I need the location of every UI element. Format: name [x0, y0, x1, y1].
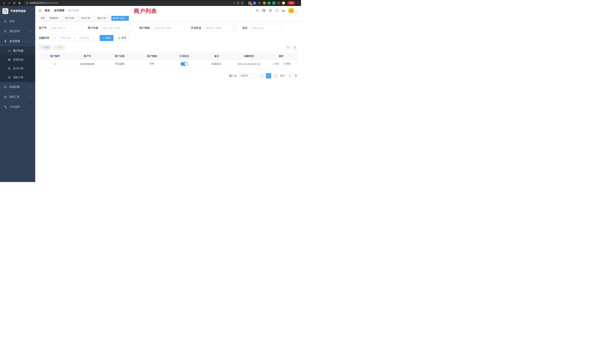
breadcrumb-home[interactable]: 首页 — [45, 9, 50, 12]
sidebar-item-dev-tools[interactable]: 研发工具 — [0, 92, 35, 102]
col-full-name: 商户全称 — [104, 53, 136, 60]
logo-avatar — [2, 8, 8, 14]
extension-gray-icon[interactable] — [258, 1, 261, 5]
extension-blue-icon[interactable] — [253, 1, 256, 5]
edit-link[interactable]: 修改 — [272, 62, 279, 65]
sidebar-item-system[interactable]: 系统管理 — [0, 26, 35, 36]
font-size-icon[interactable] — [282, 9, 285, 12]
browser-home-button[interactable] — [17, 0, 22, 5]
app-title: 芋道管理系统 — [10, 10, 26, 13]
share-icon[interactable] — [237, 2, 239, 4]
sidebar-item-app-info[interactable]: 应用信息 — [0, 55, 35, 64]
search-button[interactable]: 搜索 — [100, 35, 113, 41]
extensions-puzzle-icon[interactable]: 10 — [248, 1, 251, 5]
sidebar-item-label: 应用信息 — [13, 58, 23, 61]
address-bar[interactable]: localhost:1024/pay/merchant — [24, 1, 246, 5]
prev-page-button[interactable] — [259, 73, 265, 78]
status-select[interactable]: 请选择开启状态 — [204, 25, 237, 31]
github-icon[interactable] — [262, 9, 266, 12]
tab-user-group[interactable]: 用户分组 — [64, 16, 79, 21]
goto-page-input[interactable] — [286, 73, 294, 78]
sidebar-item-refund-orders[interactable]: 退款订单 — [0, 73, 35, 82]
extension-pin-icon[interactable] — [277, 1, 280, 5]
merchant-no-input[interactable] — [49, 25, 82, 31]
url-text[interactable]: localhost:1024/pay/merchant — [30, 2, 231, 4]
sidebar-item-pay-orders[interactable]: 支付订单 — [0, 64, 35, 73]
close-icon[interactable] — [107, 17, 109, 19]
sidebar-item-workflow[interactable]: 工作流程 — [0, 102, 35, 112]
document-icon — [8, 76, 11, 79]
browser-back-button[interactable] — [1, 0, 6, 5]
extension-avatar-icon[interactable] — [263, 1, 266, 5]
sidebar-fold-icon[interactable] — [38, 9, 42, 12]
pager: 1 — [259, 73, 278, 78]
table-toolbar: 新增 导出 — [39, 45, 297, 50]
sidebar-item-merchant-info[interactable]: 商户信息 — [0, 46, 35, 55]
page-number-button[interactable]: 1 — [266, 73, 271, 78]
create-time-range-picker[interactable]: 开始日期 - 结束日期 — [52, 35, 94, 41]
sidebar-item-payment[interactable]: ¥ 支付管理 — [0, 36, 35, 46]
close-icon[interactable] — [59, 17, 61, 19]
chevron-down-icon — [253, 75, 255, 77]
chevron-down-icon — [29, 86, 32, 88]
close-icon[interactable] — [91, 17, 93, 19]
tab-merchant-info[interactable]: 商户信息 — [111, 16, 129, 21]
date-end-placeholder: 结束日期 — [76, 36, 92, 40]
sidebar-item-home[interactable]: 首页 — [0, 16, 35, 26]
reset-button[interactable]: 重置 — [115, 35, 129, 41]
sidebar-item-label: 系统管理 — [9, 30, 20, 33]
password-key-icon[interactable] — [233, 2, 235, 4]
toggle-search-button[interactable] — [285, 45, 290, 50]
status-placeholder: 请选择开启状态 — [205, 26, 222, 30]
filter-row-2: 创建时间 开始日期 - 结束日期 搜索 重置 — [39, 35, 297, 41]
app-logo[interactable]: 芋道管理系统 — [0, 6, 35, 16]
export-button[interactable]: 导出 — [53, 45, 65, 50]
tab-refund-orders[interactable]: 退款订单 — [96, 16, 110, 21]
tab-pay-orders[interactable]: 支付订单 — [79, 16, 95, 21]
extension-green-circle-icon[interactable] — [268, 1, 271, 5]
next-page-button[interactable] — [273, 73, 278, 78]
workflow-icon — [4, 106, 7, 109]
extension-green-square-icon[interactable] — [272, 1, 275, 5]
add-button[interactable]: 新增 — [39, 45, 51, 50]
refresh-table-button[interactable] — [292, 45, 297, 50]
breadcrumb-payment[interactable]: 支付管理 — [54, 9, 64, 12]
tab-process-form[interactable]: 流程表单 — [48, 16, 63, 21]
full-name-input[interactable] — [100, 25, 134, 31]
remark-input[interactable] — [250, 25, 283, 31]
site-info-icon[interactable] — [26, 2, 28, 4]
extension-emoji-icon[interactable] — [282, 1, 285, 5]
goto-label: 前往 — [280, 74, 285, 77]
bookmark-star-icon[interactable] — [241, 2, 244, 4]
header-search-icon[interactable] — [256, 9, 259, 12]
cell-remark: 我是备注 — [200, 60, 233, 68]
browser-reload-button[interactable] — [12, 0, 17, 5]
create-time-label: 创建时间 — [39, 36, 49, 40]
browser-menu-icon[interactable] — [297, 1, 300, 4]
payment-submenu: 商户信息 应用信息 支付订单 退款订单 — [0, 46, 35, 82]
cell-merchant-no: M233666999 — [71, 60, 103, 68]
cell-merchant-id: 1 — [39, 60, 71, 68]
table-header-row: 商户编号 商户号 商户全称 商户简称 开启状态 备注 创建时间 操作 — [39, 53, 297, 60]
active-dot — [113, 18, 115, 19]
delete-link[interactable]: 删除 — [283, 62, 291, 65]
status-toggle[interactable] — [181, 62, 188, 66]
help-icon[interactable] — [269, 9, 272, 12]
fullscreen-icon[interactable] — [275, 9, 279, 12]
remark-label: 备注 — [242, 26, 248, 30]
user-avatar[interactable] — [288, 8, 294, 13]
goto-group: 前往 页 — [280, 73, 297, 78]
tab-home[interactable]: 首页 — [39, 16, 47, 21]
browser-forward-button[interactable] — [7, 0, 11, 5]
sidebar-item-label: 研发工具 — [9, 95, 20, 99]
page-size-select[interactable]: 10条/页 — [239, 73, 257, 78]
user-menu-caret-icon[interactable] — [296, 10, 298, 13]
page-size-value: 10条/页 — [241, 74, 248, 77]
close-icon[interactable] — [75, 17, 77, 19]
sidebar-item-label: 商户信息 — [13, 49, 23, 53]
short-name-input[interactable] — [152, 25, 185, 31]
sidebar-item-infrastructure[interactable]: 基础设施 — [0, 82, 35, 92]
browser-update-button[interactable]: 更新 — [288, 1, 295, 5]
cell-status — [168, 60, 200, 68]
close-icon[interactable] — [125, 17, 127, 19]
